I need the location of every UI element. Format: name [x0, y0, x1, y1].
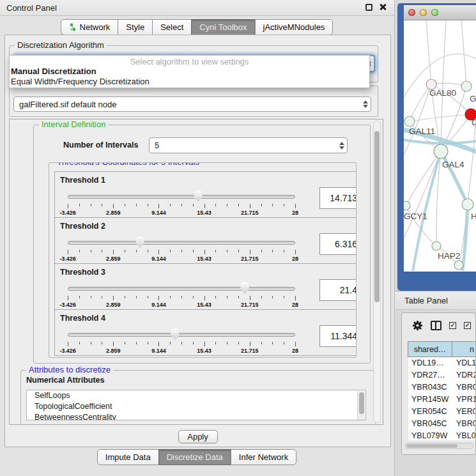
tab-label: Discretize Data — [167, 452, 223, 462]
tab-select[interactable]: Select — [152, 19, 192, 35]
combo-spinner-icon — [360, 100, 371, 108]
tab-infer-network[interactable]: Infer Network — [231, 449, 296, 465]
table-row[interactable]: YDL19…YDL1 — [408, 357, 476, 369]
node-label: H — [471, 211, 476, 221]
slider-track[interactable] — [68, 287, 295, 291]
slider-thumb[interactable] — [135, 236, 145, 248]
close-icon[interactable] — [379, 3, 387, 11]
table-row[interactable]: YBR045CYBR0 — [408, 418, 476, 430]
combo-spinner-icon — [337, 142, 347, 150]
vertical-scrollbar[interactable] — [373, 121, 381, 423]
threshold-slider[interactable]: -3.4262.8599.14415.4321.71528 — [68, 329, 295, 351]
slider-track[interactable] — [68, 241, 295, 245]
network-node-h[interactable] — [462, 199, 473, 210]
threshold-value-field[interactable]: 14.713 — [319, 187, 357, 209]
network-node-gal4[interactable] — [434, 144, 448, 158]
threshold-row: Threshold 2-3.4262.8599.14415.4321.71528… — [54, 217, 357, 264]
node-label: GA — [470, 94, 476, 104]
tab-impute-data[interactable]: Impute Data — [97, 449, 159, 465]
threshold-slider[interactable]: -3.4262.8599.14415.4321.71528 — [68, 283, 295, 305]
network-node-gcy1[interactable] — [404, 201, 410, 210]
columns-icon[interactable] — [431, 321, 441, 330]
network-node-ga[interactable] — [461, 81, 472, 91]
attributes-group: Attributes to discretize Numerical Attri… — [20, 370, 376, 425]
slider-thumb[interactable] — [170, 328, 180, 340]
algorithm-dropdown-popup: Select algorithm to view settings Manual… — [9, 55, 370, 88]
threshold-slider[interactable]: -3.4262.8599.14415.4321.71528 — [68, 237, 295, 259]
minimize-traffic-light-icon[interactable] — [420, 9, 427, 16]
cell-name: YDR2 — [453, 369, 476, 381]
tab-network[interactable]: Network — [61, 19, 119, 35]
attribute-list-item[interactable]: SelfLoops — [27, 390, 365, 401]
algorithm-option[interactable]: Equal Width/Frequency Discretization — [10, 77, 369, 87]
tab-discretize-data[interactable]: Discretize Data — [158, 449, 231, 465]
panel-title: Control Panel — [6, 3, 57, 13]
group-title: Attributes to discretize — [26, 365, 113, 374]
table-header-row: shared… n — [408, 341, 476, 357]
cell-shared-name: YDR27… — [408, 369, 453, 381]
attribute-list-item[interactable]: BetweennessCentrality — [27, 412, 365, 420]
column-header-shared-name[interactable]: shared… — [408, 341, 452, 357]
attribute-list-item[interactable]: TopologicalCoefficient — [27, 401, 365, 412]
horizontal-scrollbar[interactable] — [404, 443, 473, 449]
group-title: Threshold's Coordinates for 5 Intervals — [54, 162, 202, 167]
table-row[interactable]: YER054CYER0 — [408, 406, 476, 418]
table-data-value: galFiltered.sif default node — [14, 100, 360, 109]
tab-style[interactable]: Style — [118, 19, 153, 35]
cell-name: YBR0 — [453, 418, 476, 430]
threshold-value-field[interactable]: 11.344 — [319, 325, 357, 347]
slider-ticks — [68, 204, 295, 209]
network-canvas[interactable]: GAL80GACGAL11GAL4GCY1HHAP2 — [404, 20, 476, 272]
threshold-label: Threshold 3 — [60, 268, 105, 277]
algorithm-combo-placeholder[interactable]: Select algorithm to view settings — [10, 56, 369, 66]
cyni-toolbox-panel: Discretization Algorithm Select algorith… — [4, 35, 391, 447]
network-node-hap2[interactable] — [432, 242, 441, 250]
node-table-panel: ✓ ✓ shared… n YDL19…YDL1YDR27…YDR2YBR043… — [401, 312, 476, 455]
threshold-label: Threshold 2 — [60, 222, 105, 231]
apply-button[interactable]: Apply — [178, 430, 218, 443]
zoom-traffic-light-icon[interactable] — [431, 9, 438, 16]
table-row[interactable]: YPR145WYPR1 — [408, 394, 476, 406]
network-edge — [441, 20, 446, 151]
table-panel-titlebar: Table Panel — [395, 291, 476, 310]
algorithm-option-list: Manual DiscretizationEqual Width/Frequen… — [10, 66, 369, 87]
slider-track[interactable] — [68, 195, 295, 199]
algorithm-option[interactable]: Manual Discretization — [10, 66, 369, 77]
scrollbar-thumb[interactable] — [374, 131, 380, 302]
slider-track[interactable] — [68, 333, 295, 337]
network-window-titlebar[interactable] — [404, 5, 476, 20]
network-node-gal11[interactable] — [404, 116, 415, 127]
slider-thumb[interactable] — [240, 282, 249, 294]
slider-thumb[interactable] — [194, 190, 203, 202]
numerical-attributes-list[interactable]: SelfLoopsTopologicalCoefficientBetweenne… — [26, 390, 366, 420]
table-row[interactable]: YBR043CYBR0 — [408, 381, 476, 394]
list-scrollbar[interactable] — [357, 391, 365, 420]
group-title: Interval Definition — [39, 119, 108, 129]
tab-cyni-toolbox[interactable]: Cyni Toolbox — [191, 19, 255, 35]
threshold-slider[interactable]: -3.4262.8599.14415.4321.71528 — [68, 191, 295, 213]
scrollbar-thumb[interactable] — [406, 444, 457, 448]
table-panel-title: Table Panel — [404, 296, 448, 305]
threshold-value-field[interactable]: 21.4 — [319, 279, 357, 301]
node-label: GAL80 — [429, 88, 456, 98]
threshold-value-field[interactable]: 6.316 — [319, 233, 357, 255]
table-data-combobox[interactable]: galFiltered.sif default node — [13, 96, 371, 112]
close-traffic-light-icon[interactable] — [408, 9, 415, 16]
network-graph: GAL80GACGAL11GAL4GCY1HHAP2 — [404, 20, 476, 272]
threshold-label: Threshold 4 — [60, 314, 105, 323]
tab-jactivemnodules[interactable]: jActiveMNodules — [255, 19, 334, 35]
network-edge — [426, 20, 431, 84]
cell-shared-name: YBL079W — [408, 430, 453, 440]
checkbox-icon[interactable]: ✓ — [449, 322, 456, 329]
slider-ticks — [68, 342, 295, 347]
gear-icon[interactable] — [412, 320, 423, 331]
table-row[interactable]: YDR27…YDR2 — [408, 369, 476, 381]
network-node[interactable] — [454, 261, 463, 270]
slider-tick-labels: -3.4262.8599.14415.4321.71528 — [68, 302, 295, 309]
num-intervals-combobox[interactable]: 5 — [149, 137, 348, 153]
table-row[interactable]: YBL079WYBL0 — [408, 430, 476, 440]
checkbox-icon[interactable]: ✓ — [464, 322, 471, 329]
bottom-tab-bar: Impute DataDiscretize DataInfer Network — [0, 449, 394, 465]
column-header-name[interactable]: n — [452, 341, 476, 357]
float-window-icon[interactable] — [365, 4, 372, 11]
